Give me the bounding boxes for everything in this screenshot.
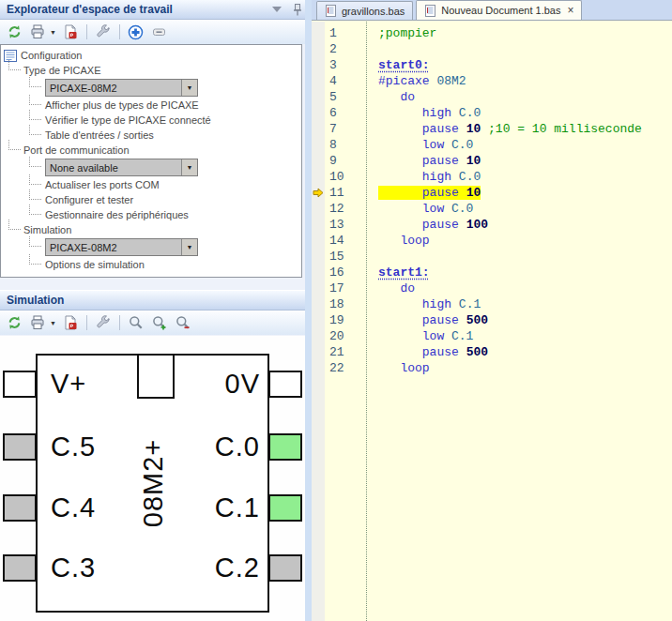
simulation-panel-title: Simulation — [7, 294, 305, 307]
line-number: 20 — [329, 328, 366, 344]
tree-guide — [29, 204, 41, 215]
code-line-5[interactable]: do — [367, 89, 672, 105]
tree-item-v-rifier-le-type-de-picaxe-connect[interactable]: Vérifier le type de PICAXE connecté — [1, 113, 301, 128]
workspace-explorer-panel: Explorateur d'espace de travail ▼ Config… — [0, 0, 312, 290]
dropdown-arrow-icon[interactable]: ▼ — [181, 239, 197, 255]
pin-c-1[interactable] — [268, 494, 302, 522]
tree-item-actualiser-les-ports-com[interactable]: Actualiser les ports COM — [1, 177, 301, 192]
code-token-num: 10 — [466, 186, 481, 200]
code-line-3[interactable]: start0: — [367, 57, 672, 73]
code-line-6[interactable]: high C.0 — [367, 105, 672, 121]
code-line-21[interactable]: pause 500 — [367, 344, 672, 360]
code-line-9[interactable]: pause 10 — [367, 153, 672, 169]
print-icon[interactable] — [28, 23, 47, 41]
chip-center-label: 08M2+ — [137, 439, 168, 527]
code-token-ident: 08M2 — [436, 74, 466, 88]
code-line-16[interactable]: start1: — [367, 265, 672, 280]
code-token-num: 500 — [466, 345, 488, 359]
dropdown-arrow-icon[interactable]: ▼ — [181, 80, 197, 96]
tree-item-table-d-entr-es-sorties[interactable]: Table d'entrées / sorties — [1, 128, 301, 143]
dropdown-value: PICAXE-08M2 — [46, 242, 181, 253]
code-token-label: start0: — [378, 58, 430, 72]
dropdown-arrow-icon[interactable]: ▼ — [50, 29, 56, 36]
pin-label-c-4: C.4 — [51, 494, 96, 522]
tree-item-type-de-picaxe: Type de PICAXE — [1, 63, 301, 78]
wrench-icon[interactable] — [94, 23, 113, 41]
tree-item-configurer-et-tester[interactable]: Configurer et tester — [1, 192, 301, 207]
tree-dropdown-select[interactable]: PICAXE-08M2▼ — [45, 79, 198, 97]
pdf-icon[interactable] — [61, 23, 80, 41]
pin-label-0v: 0V — [225, 371, 260, 398]
code-token-kw: high — [378, 170, 459, 184]
tree-dropdown-select[interactable]: None available▼ — [45, 159, 198, 176]
code-token-kw: do — [378, 90, 415, 104]
collapse-icon[interactable] — [150, 23, 169, 41]
tree-item-label: Actualiser les ports COM — [45, 179, 160, 190]
code-token-kw: pause — [378, 313, 466, 327]
pin-c-3[interactable] — [3, 554, 37, 582]
pdf-icon[interactable] — [61, 313, 80, 332]
tree-item-afficher-plus-de-types-de-picaxe[interactable]: Afficher plus de types de PICAXE — [1, 98, 301, 113]
tree-guide — [8, 220, 21, 230]
code-line-15[interactable] — [367, 249, 672, 265]
editor-tab-nouveau-document-1-bas[interactable]: Nouveau Document 1.bas× — [416, 0, 582, 20]
chevron-down-icon[interactable] — [269, 3, 284, 16]
code-token-kw: high — [378, 106, 459, 120]
simulation-panel-titlebar: Simulation — [0, 291, 312, 310]
code-line-4[interactable]: #picaxe 08M2 — [367, 73, 672, 89]
tab-label: Nouveau Document 1.bas — [441, 5, 560, 16]
pin-icon[interactable] — [290, 3, 305, 16]
pin-c-5[interactable] — [3, 433, 37, 461]
tree-item-options-de-simulation[interactable]: Options de simulation — [1, 257, 301, 272]
dropdown-arrow-icon[interactable]: ▼ — [50, 320, 56, 326]
tree-guide — [29, 110, 41, 120]
code-line-8[interactable]: low C.0 — [367, 137, 672, 153]
dropdown-arrow-icon[interactable]: ▼ — [181, 159, 197, 175]
code-line-1[interactable]: ;pompier — [367, 25, 672, 41]
pin-0v[interactable] — [268, 371, 302, 398]
code-line-2[interactable] — [367, 41, 672, 57]
code-line-11[interactable]: pause 10 — [367, 185, 672, 201]
tree-guide — [29, 95, 41, 105]
tree-dropdown-select[interactable]: PICAXE-08M2▼ — [45, 238, 198, 256]
refresh-icon[interactable] — [5, 313, 23, 332]
panel-editor-divider — [305, 0, 312, 621]
code-line-10[interactable]: high C.0 — [367, 169, 672, 185]
code-line-18[interactable]: high C.1 — [367, 296, 672, 312]
pin-label-c-3: C.3 — [51, 554, 96, 582]
pin-c-2[interactable] — [268, 554, 302, 582]
zoom-icon[interactable] — [127, 313, 145, 332]
pin-c-0[interactable] — [268, 433, 302, 461]
code-line-19[interactable]: pause 500 — [367, 312, 672, 328]
line-number: 21 — [329, 344, 366, 360]
code-line-14[interactable]: loop — [367, 233, 672, 249]
code-token-comment: ;pompier — [378, 26, 436, 40]
code-line-7[interactable]: pause 10 ;10 = 10 milliseconde — [367, 121, 672, 137]
code-line-17[interactable]: do — [367, 280, 672, 296]
code-area[interactable]: 12345678910111213141516171819202122 ;pom… — [312, 22, 672, 621]
pin-c-4[interactable] — [3, 494, 37, 522]
expand-icon[interactable] — [127, 23, 145, 41]
code-token-kw: pause — [378, 122, 466, 136]
refresh-icon[interactable] — [5, 23, 23, 41]
zoom-in-icon[interactable] — [150, 313, 169, 332]
close-icon[interactable]: × — [567, 6, 573, 15]
editor-tab-gravillons-bas[interactable]: gravillons.bas — [316, 1, 413, 20]
simulation-toolbar: ▼ — [0, 310, 312, 335]
wrench-icon[interactable] — [94, 313, 113, 332]
code-pane[interactable]: ;pompierstart0:#picaxe 08M2 do high C.0 … — [366, 22, 672, 621]
tab-label: gravillons.bas — [342, 6, 405, 17]
code-line-22[interactable]: loop — [367, 360, 672, 376]
code-line-12[interactable]: low C.0 — [367, 201, 672, 217]
chip-notch — [137, 354, 175, 399]
code-line-13[interactable]: pause 100 — [367, 217, 672, 233]
code-line-20[interactable]: low C.1 — [367, 328, 672, 344]
code-token-ident: C.0 — [451, 202, 473, 216]
zoom-out-icon[interactable] — [174, 313, 192, 332]
tree-item-label: Vérifier le type de PICAXE connecté — [45, 114, 211, 126]
tree-item-label: Configurer et tester — [45, 194, 133, 205]
pin-v-[interactable] — [3, 371, 37, 398]
tree-item-gestionnaire-des-p-riph-riques[interactable]: Gestionnaire des périphériques — [1, 207, 301, 222]
print-icon[interactable] — [28, 313, 47, 332]
line-number: 6 — [329, 105, 366, 121]
